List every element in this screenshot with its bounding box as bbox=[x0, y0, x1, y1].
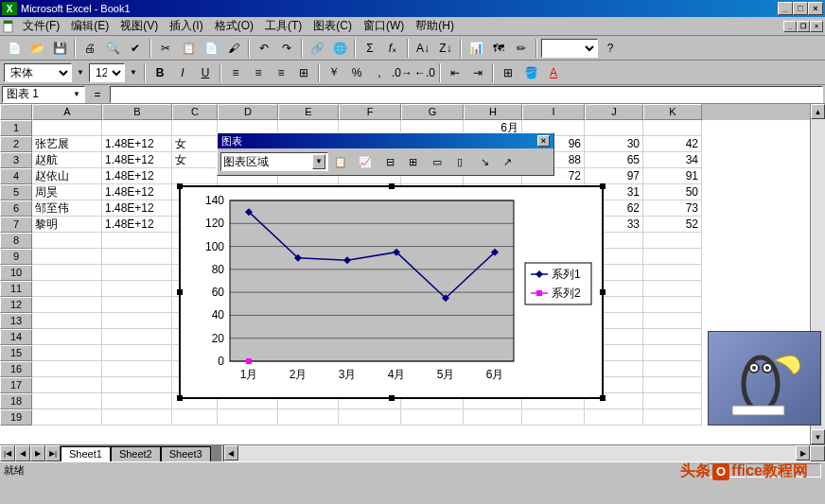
hyperlink-button[interactable]: 🔗 bbox=[307, 38, 327, 58]
sheet-tab-sheet2[interactable]: Sheet2 bbox=[111, 446, 161, 461]
chart-combo-dropdown-icon[interactable]: ▼ bbox=[312, 154, 325, 169]
menu-帮助[interactable]: 帮助(H) bbox=[410, 17, 460, 34]
tab-first-button[interactable]: |◀ bbox=[0, 445, 15, 461]
cell-A16[interactable] bbox=[32, 361, 102, 377]
cell-B19[interactable] bbox=[102, 409, 172, 426]
cell-K4[interactable]: 91 bbox=[643, 168, 702, 184]
menu-工具[interactable]: 工具(T) bbox=[259, 17, 307, 34]
col-header-K[interactable]: K bbox=[643, 104, 702, 120]
cell-K16[interactable] bbox=[643, 361, 702, 377]
cell-A19[interactable] bbox=[32, 409, 102, 426]
col-header-E[interactable]: E bbox=[278, 104, 339, 120]
cell-B13[interactable] bbox=[102, 313, 172, 329]
cell-A7[interactable]: 黎明 bbox=[32, 217, 102, 233]
chart-type-button[interactable]: 📈 bbox=[355, 152, 376, 172]
col-header-D[interactable]: D bbox=[218, 104, 278, 120]
font-size-combo[interactable]: 12 bbox=[89, 63, 125, 82]
cell-K8[interactable] bbox=[643, 233, 702, 249]
office-assistant[interactable] bbox=[708, 331, 821, 426]
row-header-1[interactable]: 1 bbox=[0, 120, 32, 136]
cell-B12[interactable] bbox=[102, 297, 172, 313]
size-dropdown-icon[interactable]: ▼ bbox=[127, 62, 140, 82]
cell-J3[interactable]: 65 bbox=[585, 152, 643, 168]
print-button[interactable]: 🖨 bbox=[79, 38, 100, 58]
cell-C2[interactable]: 女 bbox=[172, 136, 218, 152]
col-header-J[interactable]: J bbox=[585, 104, 643, 120]
chart-toolbar-titlebar[interactable]: 图表 × bbox=[218, 133, 553, 148]
menu-插入[interactable]: 插入(I) bbox=[164, 17, 208, 34]
redo-button[interactable]: ↷ bbox=[276, 38, 297, 58]
cell-K2[interactable]: 42 bbox=[643, 136, 702, 152]
cell-J2[interactable]: 30 bbox=[585, 136, 643, 152]
cell-A3[interactable]: 赵航 bbox=[32, 152, 102, 168]
cell-K11[interactable] bbox=[643, 281, 702, 297]
cell-C4[interactable] bbox=[172, 168, 218, 184]
mdi-minimize-button[interactable]: _ bbox=[783, 21, 797, 32]
cell-E19[interactable] bbox=[278, 409, 339, 426]
cell-A12[interactable] bbox=[32, 297, 102, 313]
minimize-button[interactable]: _ bbox=[778, 2, 793, 15]
cell-A17[interactable] bbox=[32, 377, 102, 393]
cell-B7[interactable]: 1.48E+12 bbox=[102, 217, 172, 233]
cell-F19[interactable] bbox=[339, 409, 401, 426]
menu-编辑[interactable]: 编辑(E) bbox=[65, 17, 114, 34]
cell-B18[interactable] bbox=[102, 393, 172, 409]
font-color-button[interactable]: A bbox=[543, 62, 564, 82]
sheet-tab-sheet1[interactable]: Sheet1 bbox=[61, 446, 111, 461]
decrease-indent-button[interactable]: ⇤ bbox=[445, 62, 465, 82]
cell-B3[interactable]: 1.48E+12 bbox=[102, 152, 172, 168]
cell-K15[interactable] bbox=[643, 345, 702, 361]
cell-J19[interactable] bbox=[585, 409, 643, 426]
row-header-13[interactable]: 13 bbox=[0, 313, 32, 329]
spellcheck-button[interactable]: ✔ bbox=[125, 38, 146, 58]
col-header-G[interactable]: G bbox=[401, 104, 464, 120]
cut-button[interactable]: ✂ bbox=[155, 38, 176, 58]
chart-wizard-button[interactable]: 📊 bbox=[465, 38, 486, 58]
row-header-16[interactable]: 16 bbox=[0, 361, 32, 377]
horizontal-scrollbar[interactable]: ◀ ▶ bbox=[223, 445, 810, 461]
scroll-right-button[interactable]: ▶ bbox=[796, 445, 810, 461]
col-header-I[interactable]: I bbox=[522, 104, 585, 120]
by-row-button[interactable]: ▭ bbox=[427, 152, 448, 172]
cell-A15[interactable] bbox=[32, 345, 102, 361]
cell-B11[interactable] bbox=[102, 281, 172, 297]
cell-A2[interactable]: 张艺展 bbox=[32, 136, 102, 152]
merge-center-button[interactable]: ⊞ bbox=[293, 62, 314, 82]
col-header-A[interactable]: A bbox=[32, 104, 102, 120]
cell-B2[interactable]: 1.48E+12 bbox=[102, 136, 172, 152]
cell-K9[interactable] bbox=[643, 249, 702, 265]
cell-K17[interactable] bbox=[643, 377, 702, 393]
cell-J1[interactable] bbox=[585, 120, 643, 136]
sheet-tab-sheet3[interactable]: Sheet3 bbox=[161, 446, 211, 461]
web-toolbar-button[interactable]: 🌐 bbox=[329, 38, 350, 58]
map-button[interactable]: 🗺 bbox=[488, 38, 509, 58]
cell-A9[interactable] bbox=[32, 249, 102, 265]
cell-C19[interactable] bbox=[172, 409, 218, 426]
autosum-button[interactable]: Σ bbox=[360, 38, 380, 58]
angle-down-button[interactable]: ↘ bbox=[474, 152, 495, 172]
name-box[interactable]: 图表 1 ▼ bbox=[2, 86, 85, 103]
cell-K13[interactable] bbox=[643, 313, 702, 329]
tab-next-button[interactable]: ▶ bbox=[30, 445, 45, 461]
cell-D19[interactable] bbox=[218, 409, 278, 426]
chart-toolbar-close-button[interactable]: × bbox=[537, 135, 550, 147]
cell-K7[interactable]: 52 bbox=[643, 217, 702, 233]
fill-color-button[interactable]: 🪣 bbox=[520, 62, 541, 82]
cell-A8[interactable] bbox=[32, 233, 102, 249]
sort-asc-button[interactable]: A↓ bbox=[412, 38, 433, 58]
cell-A18[interactable] bbox=[32, 393, 102, 409]
cell-B8[interactable] bbox=[102, 233, 172, 249]
open-button[interactable]: 📂 bbox=[26, 38, 47, 58]
cell-K10[interactable] bbox=[643, 265, 702, 281]
chart-plot[interactable]: 0204060801001201401月2月3月4月5月6月系列1系列2 bbox=[181, 187, 602, 397]
cell-K6[interactable]: 73 bbox=[643, 200, 702, 217]
zoom-combo[interactable] bbox=[541, 39, 598, 58]
cell-C1[interactable] bbox=[172, 120, 218, 136]
row-header-10[interactable]: 10 bbox=[0, 265, 32, 281]
cell-B14[interactable] bbox=[102, 329, 172, 345]
decrease-decimal-button[interactable]: ←.0 bbox=[414, 62, 435, 82]
by-column-button[interactable]: ▯ bbox=[449, 152, 470, 172]
underline-button[interactable]: U bbox=[195, 62, 216, 82]
mdi-restore-button[interactable]: ❐ bbox=[797, 21, 810, 32]
row-header-8[interactable]: 8 bbox=[0, 233, 32, 249]
